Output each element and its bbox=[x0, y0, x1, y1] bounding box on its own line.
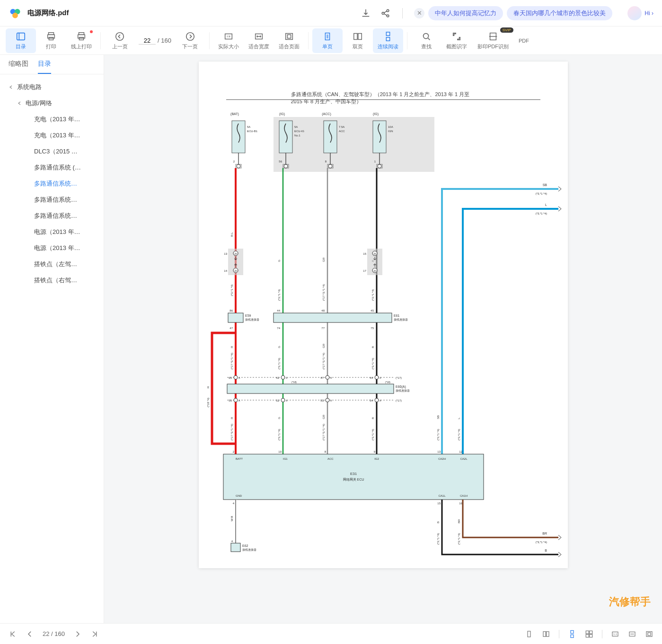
fit-page-icon bbox=[284, 31, 294, 42]
next-page-button[interactable]: 下一页 bbox=[175, 28, 205, 53]
avatar[interactable] bbox=[627, 6, 642, 20]
outline-item-4[interactable]: DLC3（2015 … bbox=[0, 143, 104, 160]
fit-width-button[interactable]: 适合宽度 bbox=[244, 28, 274, 53]
outline-item-1[interactable]: 电源/网络 bbox=[0, 95, 104, 111]
view-double-icon[interactable] bbox=[542, 630, 550, 638]
svg-rect-120 bbox=[227, 384, 394, 394]
svg-text:15: 15 bbox=[437, 502, 441, 505]
tab-thumbnails[interactable]: 缩略图 bbox=[9, 60, 28, 74]
outline-item-10[interactable]: 电源（2013 年… bbox=[0, 240, 104, 256]
cloud-print-icon bbox=[76, 31, 87, 42]
svg-text:E59: E59 bbox=[245, 314, 251, 317]
svg-text:GR: GR bbox=[322, 343, 325, 348]
download-icon[interactable] bbox=[361, 8, 371, 18]
svg-text:2: 2 bbox=[233, 160, 235, 163]
share-icon[interactable] bbox=[380, 8, 391, 18]
view-book-icon[interactable] bbox=[585, 630, 593, 638]
outline-item-12[interactable]: 搭铁点（右驾… bbox=[0, 272, 104, 288]
outline-item-9[interactable]: 电源（2013 年… bbox=[0, 224, 104, 240]
svg-text:44: 44 bbox=[277, 309, 280, 312]
outline-item-5[interactable]: 多路通信系统 (… bbox=[0, 160, 104, 176]
svg-text:R: R bbox=[230, 346, 233, 348]
svg-text:B: B bbox=[371, 417, 374, 419]
svg-text:G: G bbox=[278, 346, 281, 348]
svg-text:2: 2 bbox=[232, 450, 234, 453]
promo-chip-1[interactable]: 中年人如何提高记忆力 bbox=[428, 6, 503, 20]
bottom-page-cur: 22 bbox=[43, 630, 49, 637]
outline-item-8[interactable]: 多路通信系统… bbox=[0, 208, 104, 224]
svg-text:(*17 *3,*1 *4): (*17 *3,*1 *4) bbox=[322, 353, 325, 369]
fit-page-button[interactable]: 适合页面 bbox=[274, 28, 304, 53]
svg-text:(*17 *3,*1 *4): (*17 *3,*1 *4) bbox=[230, 353, 233, 369]
outline-label: 搭铁点（左驾… bbox=[34, 260, 77, 268]
promo-close-button[interactable]: ✕ bbox=[414, 8, 424, 18]
svg-text:接线连接器: 接线连接器 bbox=[245, 318, 259, 321]
svg-text:44: 44 bbox=[370, 376, 373, 379]
double-page-button[interactable]: 双页 bbox=[343, 28, 373, 53]
outline-item-11[interactable]: 搭铁点（左驾… bbox=[0, 256, 104, 272]
svg-rect-12 bbox=[79, 37, 83, 40]
svg-text:A: A bbox=[380, 376, 381, 379]
svg-text:CA2L: CA2L bbox=[460, 457, 468, 460]
svg-text:10: 10 bbox=[278, 450, 282, 453]
svg-text:(*3,*1 *4): (*3,*1 *4) bbox=[458, 533, 460, 545]
print-button[interactable]: 打印 bbox=[36, 28, 66, 53]
online-print-button[interactable]: 线上打印 bbox=[66, 28, 97, 53]
outline-item-6[interactable]: 多路通信系统… bbox=[0, 176, 104, 192]
wiring-diagram: (BAT)(IG)(ACC)(IG)5AECU-B125AECU-IGNo.15… bbox=[199, 111, 568, 566]
actual-size-button[interactable]: 实际大小 bbox=[213, 28, 244, 53]
svg-rect-31 bbox=[232, 121, 245, 153]
svg-text:17: 17 bbox=[363, 269, 366, 272]
svg-text:(*17): (*17) bbox=[396, 376, 402, 379]
svg-text:47: 47 bbox=[320, 376, 324, 379]
tab-outline[interactable]: 目录 bbox=[38, 60, 51, 74]
view-continuous-icon[interactable] bbox=[568, 630, 576, 638]
svg-rect-200 bbox=[590, 631, 592, 634]
svg-rect-196 bbox=[547, 631, 549, 636]
search-button[interactable]: 查找 bbox=[411, 28, 441, 53]
prev-page-bottom-button[interactable] bbox=[26, 630, 34, 638]
outline-item-0[interactable]: 系统电路 bbox=[0, 79, 104, 95]
single-page-button[interactable]: 单页 bbox=[312, 28, 343, 53]
svg-text:20: 20 bbox=[234, 269, 237, 272]
svg-text:A: A bbox=[238, 399, 240, 402]
continuous-icon bbox=[383, 31, 393, 42]
view-fitw-icon[interactable] bbox=[628, 630, 636, 638]
svg-text:W-B: W-B bbox=[230, 516, 233, 521]
last-page-button[interactable] bbox=[90, 630, 99, 638]
svg-text:(*3,*1 *4): (*3,*1 *4) bbox=[371, 358, 374, 369]
page-number-input[interactable] bbox=[139, 37, 156, 45]
app-logo-icon bbox=[9, 7, 22, 20]
outline-label: DLC3（2015 … bbox=[34, 147, 78, 156]
svg-point-2 bbox=[12, 12, 18, 18]
svg-text:网络网关 ECU: 网络网关 ECU bbox=[343, 478, 364, 481]
svg-rect-194 bbox=[528, 631, 530, 637]
next-page-bottom-button[interactable] bbox=[73, 630, 82, 638]
view-fitp-icon[interactable] bbox=[645, 630, 653, 638]
separator bbox=[402, 8, 403, 18]
pdf-button[interactable]: PDF bbox=[514, 28, 533, 53]
main-toolbar: 目录 打印 线上打印 上一页 / 160 下一页 实际大小 适合宽度 适合页面 … bbox=[0, 27, 662, 55]
crop-ocr-button[interactable]: 截图识字 bbox=[441, 28, 472, 53]
svg-text:75: 75 bbox=[371, 327, 374, 330]
svg-text:R-L: R-L bbox=[230, 232, 233, 237]
view-ratio-icon[interactable]: 1:1 bbox=[611, 630, 619, 638]
first-page-button[interactable] bbox=[9, 630, 17, 638]
promo-chip-2[interactable]: 春天国内哪几个城市的景色比较美 bbox=[507, 6, 612, 20]
outline-item-3[interactable]: 充电（2013 年… bbox=[0, 127, 104, 143]
outline-item-2[interactable]: 充电（2013 年… bbox=[0, 111, 104, 127]
outline-item-7[interactable]: 多路通信系统… bbox=[0, 192, 104, 208]
scan-ocr-button[interactable]: SVIP 影印PDF识别 bbox=[472, 28, 514, 53]
svg-text:接线连接器: 接线连接器 bbox=[242, 548, 256, 551]
pdf-viewer[interactable]: 多路通信系统（CAN、左驾驶车型）（2013 年 1 月之前生产、2013 年 … bbox=[104, 55, 662, 623]
outline-tree: 系统电路电源/网络充电（2013 年…充电（2013 年…DLC3（2015 …… bbox=[0, 74, 104, 623]
outline-label: 电源/网络 bbox=[26, 99, 52, 107]
svg-text:R: R bbox=[207, 386, 210, 388]
view-single-icon[interactable] bbox=[525, 630, 533, 638]
prev-page-button[interactable]: 上一页 bbox=[105, 28, 135, 53]
bottom-page-total: / 160 bbox=[51, 630, 65, 637]
svg-rect-6 bbox=[17, 33, 25, 40]
outline-button[interactable]: 目录 bbox=[6, 28, 36, 53]
continuous-button[interactable]: 连续阅读 bbox=[373, 28, 403, 53]
greeting-text[interactable]: Hi › bbox=[644, 10, 653, 17]
